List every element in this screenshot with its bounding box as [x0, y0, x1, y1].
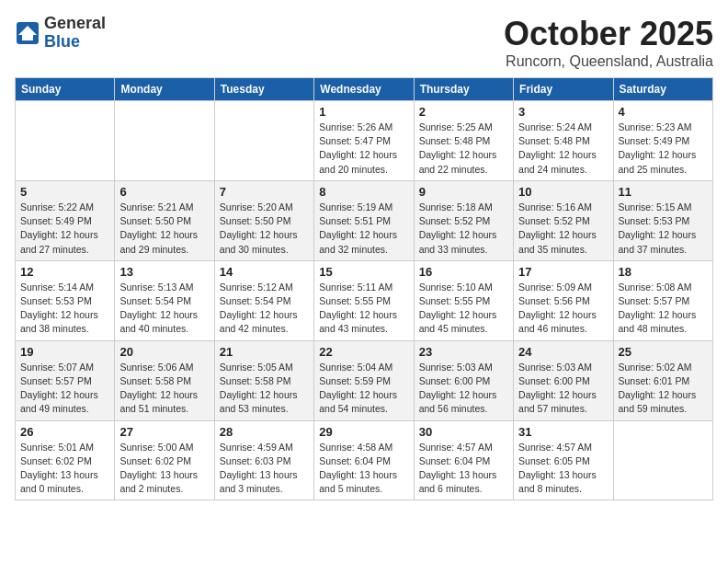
day-info: Sunrise: 5:12 AMSunset: 5:54 PMDaylight:…: [220, 281, 309, 337]
calendar-day-cell: 7Sunrise: 5:20 AMSunset: 5:50 PMDaylight…: [214, 180, 313, 260]
calendar-week-row: 1Sunrise: 5:26 AMSunset: 5:47 PMDaylight…: [16, 101, 713, 181]
day-info: Sunrise: 5:00 AMSunset: 6:02 PMDaylight:…: [119, 441, 209, 497]
day-number: 11: [619, 185, 708, 199]
calendar-day-cell: 15Sunrise: 5:11 AMSunset: 5:55 PMDayligh…: [314, 260, 414, 340]
calendar-day-cell: 28Sunrise: 4:59 AMSunset: 6:03 PMDayligh…: [214, 420, 313, 500]
calendar-day-cell: 14Sunrise: 5:12 AMSunset: 5:54 PMDayligh…: [214, 260, 313, 340]
calendar-day-cell: 29Sunrise: 4:58 AMSunset: 6:04 PMDayligh…: [314, 420, 414, 500]
day-info: Sunrise: 5:03 AMSunset: 6:00 PMDaylight:…: [419, 361, 508, 417]
calendar-day-cell: 3Sunrise: 5:24 AMSunset: 5:48 PMDaylight…: [514, 101, 613, 181]
day-number: 17: [518, 265, 608, 279]
day-info: Sunrise: 5:02 AMSunset: 6:01 PMDaylight:…: [619, 361, 708, 417]
calendar-day-cell: 17Sunrise: 5:09 AMSunset: 5:56 PMDayligh…: [514, 260, 613, 340]
day-number: 26: [20, 425, 109, 439]
day-number: 20: [119, 345, 209, 359]
day-number: 12: [20, 265, 109, 279]
day-number: 18: [619, 265, 708, 279]
calendar-day-cell: 22Sunrise: 5:04 AMSunset: 5:59 PMDayligh…: [314, 340, 414, 420]
logo-blue: Blue: [44, 33, 106, 52]
day-number: 28: [220, 425, 309, 439]
weekday-header: Sunday: [16, 78, 115, 101]
logo: General Blue: [15, 15, 106, 52]
day-info: Sunrise: 5:14 AMSunset: 5:53 PMDaylight:…: [20, 281, 109, 337]
day-number: 10: [518, 185, 608, 199]
day-info: Sunrise: 5:25 AMSunset: 5:48 PMDaylight:…: [419, 121, 508, 177]
calendar-week-row: 19Sunrise: 5:07 AMSunset: 5:57 PMDayligh…: [16, 340, 713, 420]
day-number: 30: [419, 425, 508, 439]
weekday-header-row: SundayMondayTuesdayWednesdayThursdayFrid…: [16, 78, 713, 101]
day-number: 5: [20, 185, 109, 199]
weekday-header: Saturday: [613, 78, 712, 101]
day-info: Sunrise: 5:20 AMSunset: 5:50 PMDaylight:…: [220, 201, 309, 257]
day-info: Sunrise: 5:06 AMSunset: 5:58 PMDaylight:…: [119, 361, 209, 417]
calendar-table: SundayMondayTuesdayWednesdayThursdayFrid…: [15, 77, 713, 500]
day-info: Sunrise: 4:58 AMSunset: 6:04 PMDaylight:…: [319, 441, 408, 497]
calendar-day-cell: 12Sunrise: 5:14 AMSunset: 5:53 PMDayligh…: [16, 260, 115, 340]
day-number: 9: [419, 185, 508, 199]
day-info: Sunrise: 5:22 AMSunset: 5:49 PMDaylight:…: [20, 201, 109, 257]
day-info: Sunrise: 5:01 AMSunset: 6:02 PMDaylight:…: [20, 441, 109, 497]
day-number: 1: [319, 105, 408, 119]
day-number: 7: [220, 185, 309, 199]
calendar-week-row: 26Sunrise: 5:01 AMSunset: 6:02 PMDayligh…: [16, 420, 713, 500]
logo-icon: [15, 20, 40, 46]
logo-general: General: [44, 15, 106, 33]
calendar-day-cell: 4Sunrise: 5:23 AMSunset: 5:49 PMDaylight…: [613, 101, 712, 181]
title-block: October 2025 Runcorn, Queensland, Austra…: [504, 15, 713, 70]
calendar-day-cell: [214, 101, 313, 181]
calendar-day-cell: 27Sunrise: 5:00 AMSunset: 6:02 PMDayligh…: [115, 420, 214, 500]
weekday-header: Wednesday: [314, 78, 414, 101]
calendar-day-cell: 26Sunrise: 5:01 AMSunset: 6:02 PMDayligh…: [16, 420, 115, 500]
day-info: Sunrise: 5:05 AMSunset: 5:58 PMDaylight:…: [220, 361, 309, 417]
day-info: Sunrise: 4:59 AMSunset: 6:03 PMDaylight:…: [220, 441, 309, 497]
day-number: 2: [419, 105, 508, 119]
calendar-day-cell: 25Sunrise: 5:02 AMSunset: 6:01 PMDayligh…: [613, 340, 712, 420]
calendar-day-cell: 24Sunrise: 5:03 AMSunset: 6:00 PMDayligh…: [514, 340, 613, 420]
day-info: Sunrise: 5:09 AMSunset: 5:56 PMDaylight:…: [518, 281, 608, 337]
day-number: 8: [319, 185, 408, 199]
weekday-header: Thursday: [414, 78, 513, 101]
day-info: Sunrise: 5:26 AMSunset: 5:47 PMDaylight:…: [319, 121, 408, 177]
day-number: 31: [518, 425, 608, 439]
calendar-day-cell: 19Sunrise: 5:07 AMSunset: 5:57 PMDayligh…: [16, 340, 115, 420]
logo-text: General Blue: [44, 15, 106, 52]
calendar-day-cell: 21Sunrise: 5:05 AMSunset: 5:58 PMDayligh…: [214, 340, 313, 420]
day-number: 14: [220, 265, 309, 279]
day-number: 19: [20, 345, 109, 359]
calendar-week-row: 5Sunrise: 5:22 AMSunset: 5:49 PMDaylight…: [16, 180, 713, 260]
svg-rect-2: [22, 35, 33, 40]
day-info: Sunrise: 5:18 AMSunset: 5:52 PMDaylight:…: [419, 201, 508, 257]
day-info: Sunrise: 5:15 AMSunset: 5:53 PMDaylight:…: [619, 201, 708, 257]
day-number: 27: [119, 425, 209, 439]
day-number: 6: [119, 185, 209, 199]
day-number: 16: [419, 265, 508, 279]
day-number: 22: [319, 345, 408, 359]
weekday-header: Tuesday: [214, 78, 313, 101]
day-number: 3: [518, 105, 608, 119]
calendar-day-cell: [613, 420, 712, 500]
day-info: Sunrise: 5:04 AMSunset: 5:59 PMDaylight:…: [319, 361, 408, 417]
day-info: Sunrise: 5:19 AMSunset: 5:51 PMDaylight:…: [319, 201, 408, 257]
day-info: Sunrise: 5:21 AMSunset: 5:50 PMDaylight:…: [119, 201, 209, 257]
calendar-day-cell: 13Sunrise: 5:13 AMSunset: 5:54 PMDayligh…: [115, 260, 214, 340]
weekday-header: Friday: [514, 78, 613, 101]
day-number: 24: [518, 345, 608, 359]
location-subtitle: Runcorn, Queensland, Australia: [504, 53, 713, 70]
calendar-day-cell: 1Sunrise: 5:26 AMSunset: 5:47 PMDaylight…: [314, 101, 414, 181]
calendar-day-cell: 20Sunrise: 5:06 AMSunset: 5:58 PMDayligh…: [115, 340, 214, 420]
day-info: Sunrise: 4:57 AMSunset: 6:05 PMDaylight:…: [518, 441, 608, 497]
day-number: 23: [419, 345, 508, 359]
calendar-day-cell: 6Sunrise: 5:21 AMSunset: 5:50 PMDaylight…: [115, 180, 214, 260]
day-number: 4: [619, 105, 708, 119]
day-number: 21: [220, 345, 309, 359]
day-info: Sunrise: 4:57 AMSunset: 6:04 PMDaylight:…: [419, 441, 508, 497]
calendar-day-cell: [16, 101, 115, 181]
day-info: Sunrise: 5:08 AMSunset: 5:57 PMDaylight:…: [619, 281, 708, 337]
calendar-day-cell: 2Sunrise: 5:25 AMSunset: 5:48 PMDaylight…: [414, 101, 513, 181]
calendar-day-cell: 18Sunrise: 5:08 AMSunset: 5:57 PMDayligh…: [613, 260, 712, 340]
day-info: Sunrise: 5:03 AMSunset: 6:00 PMDaylight:…: [518, 361, 608, 417]
month-title: October 2025: [504, 15, 713, 53]
calendar-day-cell: 11Sunrise: 5:15 AMSunset: 5:53 PMDayligh…: [613, 180, 712, 260]
day-info: Sunrise: 5:10 AMSunset: 5:55 PMDaylight:…: [419, 281, 508, 337]
calendar-day-cell: 10Sunrise: 5:16 AMSunset: 5:52 PMDayligh…: [514, 180, 613, 260]
